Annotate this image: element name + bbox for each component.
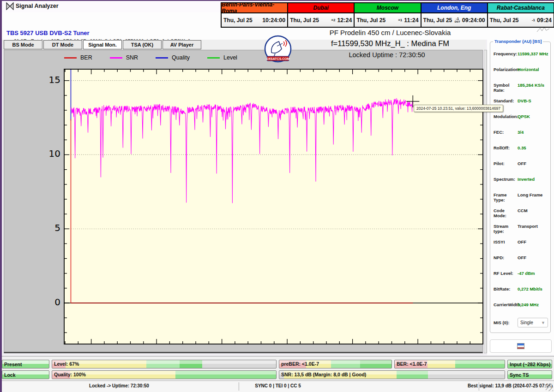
tab-av-player[interactable]: AV Player — [163, 40, 201, 49]
transponder-groupbox: Transponder (AU) [BS] MIS (0): Single ▼ … — [490, 42, 551, 333]
lock-indicator: Lock — [2, 370, 49, 379]
field-label: Spectrum: — [494, 177, 518, 182]
y-axis-label-15: 15 — [42, 74, 60, 85]
sync-ts-indicator: Sync TS — [507, 370, 552, 379]
status-area: Present Level: 67% preBER: <1.0E-7 BER: … — [0, 356, 554, 392]
clock-date: Thu, Jul 25 — [290, 17, 319, 24]
field-value: OFF — [518, 239, 526, 244]
legend-swatch — [110, 57, 122, 59]
legend-swatch — [207, 57, 220, 59]
ber-bar: BER: <1.0E-7 — [394, 360, 505, 368]
field-row-carrierwidth-: CarrierWidth:0,249 MHz — [494, 302, 548, 307]
mis-label: MIS (0): — [494, 320, 518, 325]
clock-time: 11:24 — [404, 17, 418, 24]
statusbar-separator — [239, 382, 239, 391]
field-label: Standard: — [494, 98, 518, 103]
clock-date: Thu, Jul 25 — [490, 17, 519, 24]
legend-item-ber: BER — [64, 54, 92, 61]
locked-uptime-label: Locked Uptime : 72:30:50 — [349, 51, 425, 59]
field-value: -47 dBm — [518, 271, 535, 276]
field-row-symbol-rate-: Symbol Rate:185,264 KS/s — [494, 83, 548, 93]
field-value: 11599,337 MHz — [518, 51, 548, 56]
field-label: Code Mode: — [494, 208, 518, 218]
clock-offset: -1 — [531, 19, 536, 22]
legend-swatch — [156, 57, 168, 59]
clock-date: Thu, Jul 25 — [223, 17, 253, 24]
clock-0: Berlin-Paris-Vienna-RomaThu, Jul 2510:24… — [222, 3, 287, 27]
window-left-border — [0, 0, 2, 392]
site-title: PF Prodelin 450 cm / Lucenec-Slovakia — [330, 29, 451, 36]
field-value: QPSK — [518, 114, 530, 119]
field-row-rolloff-: RollOff:0.35 — [494, 145, 548, 150]
field-row-spectrum-: Spectrum:Inverted — [494, 177, 548, 182]
legend-item-level: Level — [207, 54, 237, 61]
clock-city: Rabat-Casablanca — [488, 3, 554, 13]
statusbar-sync: SYNC 0 | TEI 0 | CC 5 — [255, 383, 301, 388]
legend-label: BER — [80, 54, 92, 61]
resize-grip[interactable] — [546, 384, 553, 391]
mis-select[interactable]: Single ▼ — [518, 318, 548, 327]
clock-city: London, Eng — [422, 3, 487, 13]
dxsatcs-logo: DXSATCS.COM — [264, 35, 292, 63]
tab-bs-mode[interactable]: BS Mode — [4, 40, 42, 49]
field-row-standard-: Standard:DVB-S — [494, 98, 548, 103]
statusbar: Locked -> Uptime: 72:30:50 SYNC 0 | TEI … — [0, 380, 554, 392]
field-row-modulation-: Modulation:QPSK — [494, 114, 548, 119]
clock-city: Dubai — [288, 3, 354, 13]
statusbar-best-signal: Best signal: 13,9 dB (2024-07-25 07:05) — [468, 383, 553, 388]
tab-tsa-ok-[interactable]: TSA (OK) — [123, 40, 162, 49]
logo-text: DXSATCS.COM — [266, 57, 289, 60]
window-top-border — [0, 0, 554, 1]
mis-row: MIS (0): Single ▼ — [494, 318, 548, 327]
field-value: 185,264 KS/s — [518, 83, 544, 88]
field-row-bitrate-: BitRate:0,272 Mbit/s — [494, 286, 548, 291]
legend-label: SNR — [126, 54, 138, 61]
field-label: NPD: — [494, 255, 518, 260]
signal-chart[interactable]: BERSNRQualityLevel Locked Uptime : 72:30… — [4, 50, 483, 353]
input-indicator: Input (~282 Kbps) — [507, 360, 552, 368]
clock-time: 12:24 — [337, 17, 352, 24]
field-label: Pilot: — [494, 161, 518, 166]
tab-dt-mode[interactable]: DT Mode — [43, 40, 82, 49]
field-value: CCM — [518, 208, 528, 213]
preber-bar: preBER: <1.0E-7 — [279, 360, 392, 368]
transponder-panel: Transponder (AU) [BS] MIS (0): Single ▼ … — [487, 40, 554, 355]
snr-bar: SNR: 13,5 dB (Margin: 8,0 dB | Good) — [279, 370, 505, 379]
mis-value: Single — [520, 320, 533, 325]
field-label: Frame Type: — [494, 192, 518, 202]
chart-legend: BERSNRQualityLevel — [64, 54, 237, 61]
field-row-frame-type-: Frame Type:Long Frame — [494, 192, 548, 202]
field-value: 0,249 MHz — [518, 302, 539, 307]
transponder-title: Transponder (AU) [BS] — [493, 39, 543, 44]
cursor-tooltip: 2024-07-25 10.23.51, value: 13,600000381… — [414, 105, 503, 112]
chart-panel-splitter[interactable] — [484, 50, 487, 353]
legend-item-snr: SNR — [110, 54, 138, 61]
clock-offset: +2 — [330, 19, 336, 22]
clock-time-row: Thu, Jul 25-1DST09:24:00 — [422, 13, 487, 27]
field-row-stream-type-: Stream type:Transport — [494, 224, 548, 234]
stream-list-button[interactable] — [490, 339, 552, 353]
clock-time-row: Thu, Jul 2510:24:00 — [222, 13, 287, 27]
clock-city: Berlin-Paris-Vienna-Roma — [222, 3, 287, 13]
field-label: Frequency: — [494, 51, 518, 56]
field-value: Inverted — [518, 177, 535, 182]
field-label: Modulation: — [494, 114, 518, 119]
clock-time-row: Thu, Jul 25+111:24 — [355, 13, 420, 27]
field-row-polarization-: Polarization:Horizontal — [494, 67, 548, 72]
clock-time: 10:24:00 — [262, 17, 285, 24]
y-axis-label-10: 10 — [42, 148, 60, 159]
field-label: FEC: — [494, 130, 518, 135]
stream-list-icon — [517, 343, 524, 349]
present-indicator: Present — [2, 360, 49, 368]
field-value: 0.35 — [518, 145, 526, 150]
clock-time: 09:24 — [537, 17, 552, 24]
carrier-title: f=11599,530 MHz_H_ : Medina FM — [331, 39, 449, 48]
field-label: ISSYI — [494, 239, 518, 244]
statusbar-uptime: Locked -> Uptime: 72:30:50 — [89, 383, 149, 388]
field-label: CarrierWidth: — [494, 302, 518, 307]
field-row-frequency-: Frequency:11599,337 MHz — [494, 51, 548, 56]
field-label: Symbol Rate: — [494, 83, 518, 93]
field-row-pilot-: Pilot:OFF — [494, 161, 548, 166]
quality-bar: Quality: 100% — [52, 370, 277, 379]
tab-signal-mon-[interactable]: Signal Mon. — [83, 40, 122, 49]
